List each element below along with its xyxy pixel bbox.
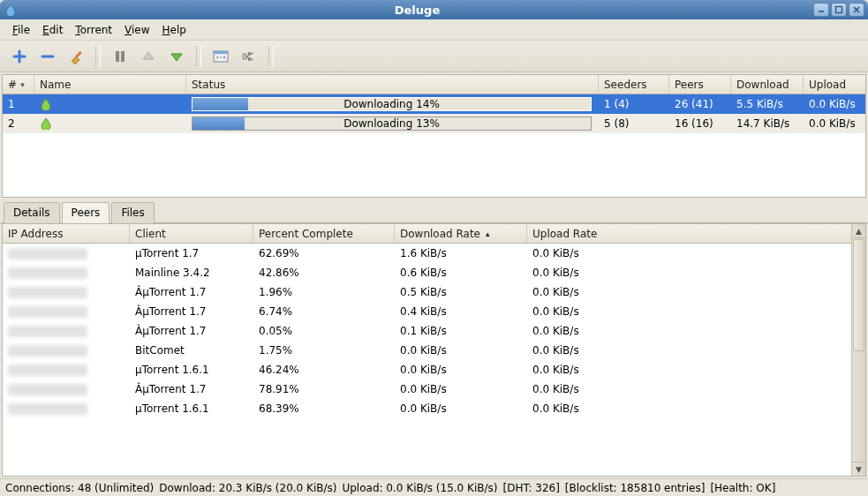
peer-percent: 68.39% bbox=[253, 399, 395, 418]
column-header-name[interactable]: Name bbox=[34, 75, 186, 94]
torrent-list: #▾ Name Status Seeders Peers Download Up… bbox=[2, 74, 866, 198]
peer-download-rate: 0.0 KiB/s bbox=[395, 360, 527, 380]
column-header-number[interactable]: #▾ bbox=[3, 75, 34, 94]
pause-button[interactable] bbox=[108, 44, 132, 69]
peer-client: ÂµTorrent 1.7 bbox=[130, 321, 253, 341]
status-dht: [DHT: 326] bbox=[502, 482, 559, 494]
toolbar-separator bbox=[268, 46, 274, 67]
peer-percent: 1.96% bbox=[253, 282, 395, 302]
statusbar: Connections: 48 (Unlimited) Download: 20… bbox=[0, 478, 868, 496]
peer-upload-rate: 0.0 KiB/s bbox=[527, 380, 660, 399]
peer-row[interactable]: ÂµTorrent 1.70.05%0.1 KiB/s0.0 KiB/s bbox=[3, 321, 851, 341]
peer-client: ÂµTorrent 1.7 bbox=[130, 282, 253, 302]
peer-ip bbox=[3, 341, 130, 360]
peer-download-rate: 0.6 KiB/s bbox=[395, 263, 527, 282]
peer-row[interactable]: µTorrent 1.6.168.39%0.0 KiB/s0.0 KiB/s bbox=[3, 399, 851, 418]
torrent-download: 14.7 KiB/s bbox=[731, 114, 804, 133]
peer-row[interactable]: µTorrent 1.762.69%1.6 KiB/s0.0 KiB/s bbox=[3, 244, 851, 263]
svg-rect-9 bbox=[121, 51, 125, 62]
peer-download-rate: 0.0 KiB/s bbox=[395, 341, 527, 360]
peer-row[interactable]: Mainline 3.4.242.86%0.6 KiB/s0.0 KiB/s bbox=[3, 263, 851, 282]
peer-ip bbox=[3, 399, 130, 418]
move-down-button[interactable] bbox=[164, 44, 189, 69]
peer-client: BitComet bbox=[130, 341, 253, 360]
torrent-seeders: 5 (8) bbox=[599, 114, 669, 133]
scroll-thumb[interactable] bbox=[853, 239, 864, 351]
remove-torrent-button[interactable] bbox=[35, 44, 60, 69]
status-health: [Health: OK] bbox=[710, 482, 775, 494]
tab-details[interactable]: Details bbox=[4, 202, 60, 223]
connection-manager-button[interactable] bbox=[237, 44, 261, 69]
svg-rect-1 bbox=[836, 7, 842, 13]
column-header-upload-rate[interactable]: Upload Rate bbox=[527, 224, 660, 243]
peer-download-rate: 0.5 KiB/s bbox=[395, 282, 527, 302]
peer-client: Mainline 3.4.2 bbox=[130, 263, 253, 282]
torrent-upload: 0.0 KiB/s bbox=[804, 114, 865, 133]
column-header-seeders[interactable]: Seeders bbox=[599, 75, 669, 94]
menu-edit[interactable]: Edit bbox=[37, 22, 68, 38]
peer-download-rate: 0.0 KiB/s bbox=[395, 399, 527, 418]
column-header-peers[interactable]: Peers bbox=[669, 75, 731, 94]
peer-upload-rate: 0.0 KiB/s bbox=[527, 302, 660, 321]
peers-header-row: IP Address Client Percent Complete Downl… bbox=[3, 224, 851, 244]
column-header-download-rate[interactable]: Download Rate▴ bbox=[395, 224, 527, 243]
torrent-header-row: #▾ Name Status Seeders Peers Download Up… bbox=[3, 75, 865, 94]
torrent-number: 2 bbox=[3, 114, 34, 133]
scroll-up-button[interactable]: ▲ bbox=[852, 224, 865, 238]
status-blocklist: [Blocklist: 185810 entries] bbox=[565, 482, 706, 494]
peer-row[interactable]: µTorrent 1.6.146.24%0.0 KiB/s0.0 KiB/s bbox=[3, 360, 851, 380]
preferences-button[interactable] bbox=[208, 44, 233, 69]
peer-upload-rate: 0.0 KiB/s bbox=[527, 244, 660, 263]
peer-client: ÂµTorrent 1.7 bbox=[130, 380, 253, 399]
torrent-row[interactable]: 2Downloading 13%5 (8)16 (16)14.7 KiB/s0.… bbox=[3, 114, 865, 133]
torrent-peers: 26 (41) bbox=[669, 94, 731, 114]
status-upload: Upload: 0.0 KiB/s (15.0 KiB/s) bbox=[342, 482, 497, 494]
menu-view[interactable]: View bbox=[119, 22, 155, 38]
peer-client: ÂµTorrent 1.7 bbox=[130, 302, 253, 321]
torrent-status: Downloading 13% bbox=[186, 114, 599, 133]
clear-button[interactable] bbox=[64, 44, 88, 69]
peers-panel: IP Address Client Percent Complete Downl… bbox=[2, 223, 866, 477]
peer-percent: 78.91% bbox=[253, 380, 395, 399]
svg-rect-8 bbox=[116, 51, 119, 62]
column-header-status[interactable]: Status bbox=[186, 75, 599, 94]
column-header-client[interactable]: Client bbox=[130, 224, 253, 243]
peer-upload-rate: 0.0 KiB/s bbox=[527, 399, 660, 418]
status-download: Download: 20.3 KiB/s (20.0 KiB/s) bbox=[159, 482, 336, 494]
scroll-down-button[interactable]: ▼ bbox=[852, 462, 865, 476]
peer-row[interactable]: ÂµTorrent 1.778.91%0.0 KiB/s0.0 KiB/s bbox=[3, 380, 851, 399]
peer-row[interactable]: BitComet1.75%0.0 KiB/s0.0 KiB/s bbox=[3, 341, 851, 360]
peer-upload-rate: 0.0 KiB/s bbox=[527, 341, 660, 360]
column-header-download[interactable]: Download bbox=[731, 75, 804, 94]
tab-files[interactable]: Files bbox=[111, 202, 154, 223]
peer-upload-rate: 0.0 KiB/s bbox=[527, 321, 660, 341]
tab-peers[interactable]: Peers bbox=[62, 202, 110, 223]
peer-ip bbox=[3, 282, 130, 302]
maximize-button[interactable] bbox=[831, 3, 847, 17]
scrollbar[interactable]: ▲ ▼ bbox=[851, 224, 865, 476]
menu-help[interactable]: Help bbox=[157, 22, 192, 38]
app-icon bbox=[4, 3, 18, 17]
close-button[interactable] bbox=[849, 3, 864, 17]
torrent-row[interactable]: 1Downloading 14%1 (4)26 (41)5.5 KiB/s0.0… bbox=[3, 94, 865, 114]
peer-row[interactable]: ÂµTorrent 1.76.74%0.4 KiB/s0.0 KiB/s bbox=[3, 302, 851, 321]
column-header-ip[interactable]: IP Address bbox=[3, 224, 130, 243]
peer-percent: 0.05% bbox=[253, 321, 395, 341]
peer-ip bbox=[3, 263, 130, 282]
window-titlebar: Deluge bbox=[0, 0, 868, 19]
minimize-button[interactable] bbox=[813, 3, 829, 17]
peer-row[interactable]: ÂµTorrent 1.71.96%0.5 KiB/s0.0 KiB/s bbox=[3, 282, 851, 302]
peer-download-rate: 0.0 KiB/s bbox=[395, 380, 527, 399]
torrent-download: 5.5 KiB/s bbox=[731, 94, 804, 114]
toolbar-separator bbox=[95, 46, 101, 67]
menu-file[interactable]: File bbox=[7, 22, 35, 38]
window-title: Deluge bbox=[21, 4, 813, 17]
column-header-percent[interactable]: Percent Complete bbox=[253, 224, 395, 243]
peer-ip bbox=[3, 360, 130, 380]
move-up-button[interactable] bbox=[136, 44, 161, 69]
menubar: File Edit Torrent View Help bbox=[0, 19, 868, 41]
menu-torrent[interactable]: Torrent bbox=[70, 22, 117, 38]
add-torrent-button[interactable] bbox=[7, 44, 32, 69]
column-header-upload[interactable]: Upload bbox=[804, 75, 865, 94]
svg-point-13 bbox=[220, 56, 222, 57]
